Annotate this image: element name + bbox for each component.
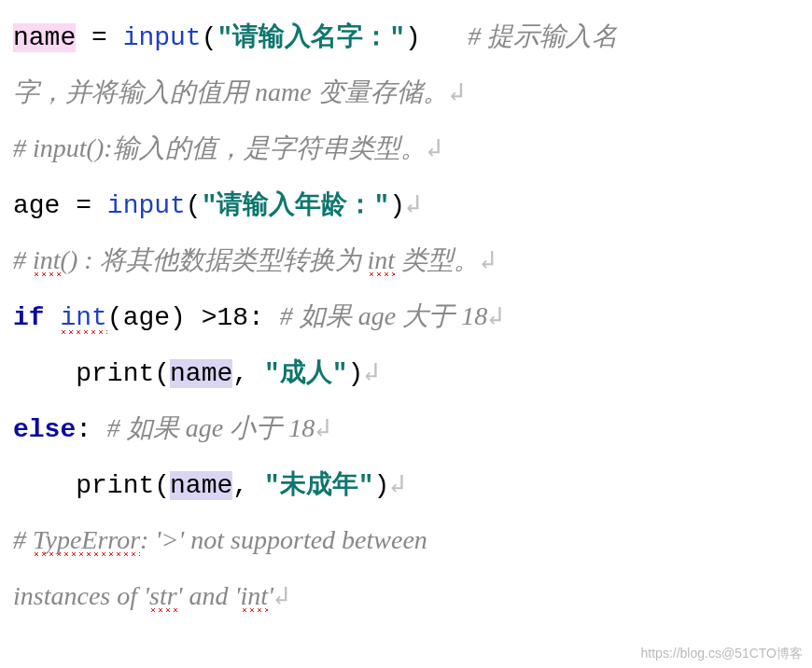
watermark: https://blog.cs@51CTO博客 xyxy=(641,646,803,662)
newline-icon: ↲ xyxy=(363,356,379,387)
comment: 类型。 xyxy=(395,245,480,274)
newline-icon: ↲ xyxy=(480,244,496,275)
paren-open: ( xyxy=(154,471,170,500)
var-name: name xyxy=(13,23,76,52)
paren-open: ( xyxy=(107,303,123,332)
op-eq: = xyxy=(60,191,106,220)
kw-else: else xyxy=(13,415,76,444)
kw-if: if xyxy=(13,303,45,332)
paren-close: ) xyxy=(389,191,405,220)
var-age: age xyxy=(123,303,170,332)
space xyxy=(45,303,61,332)
comment-int: int xyxy=(241,581,269,612)
line-7: print(name, "成人")↲ xyxy=(13,359,379,388)
fn-print: print xyxy=(76,359,154,388)
op-eq: = xyxy=(76,23,122,52)
colon: : xyxy=(76,415,107,444)
newline-icon: ↲ xyxy=(449,77,465,107)
comment-typeerror: TypeError xyxy=(33,525,140,556)
paren-open: ( xyxy=(154,359,170,388)
space xyxy=(421,23,468,52)
line-6: if int(age) >18: # 如果 age 大于 18↲ xyxy=(13,303,503,332)
var-age: age xyxy=(13,191,60,220)
line-11: instances of 'str' and 'int'↲ xyxy=(13,583,289,612)
line-8: else: # 如果 age 小于 18↲ xyxy=(13,415,330,444)
string-literal: "请输入年龄：" xyxy=(202,191,390,220)
line-1: name = input("请输入名字：") # 提示输入名 xyxy=(13,23,618,52)
line-4: age = input("请输入年龄：")↲ xyxy=(13,191,421,220)
paren-close: ) xyxy=(347,359,363,388)
line-9: print(name, "未成年")↲ xyxy=(13,471,405,500)
string-literal: "请输入名字：" xyxy=(217,23,405,52)
comma: , xyxy=(232,359,264,388)
newline-icon: ↲ xyxy=(273,580,289,611)
comment: # 如果 age 小于 18 xyxy=(107,413,315,442)
comment: instances of ' xyxy=(13,581,149,610)
comment: # 提示输入名 xyxy=(468,21,618,50)
newline-icon: ↲ xyxy=(427,132,442,163)
colon: : xyxy=(248,303,280,332)
paren-close: ) xyxy=(405,23,421,52)
comment: ' and ' xyxy=(177,581,241,610)
comment: # xyxy=(13,525,33,554)
comment: # xyxy=(13,245,33,274)
code-block: name = input("请输入名字：") # 提示输入名 字，并将输入的值用… xyxy=(13,9,799,625)
comment-int: int xyxy=(368,245,396,276)
fn-print: print xyxy=(76,471,154,500)
indent xyxy=(13,359,76,388)
fn-int: int xyxy=(60,303,106,334)
comma: , xyxy=(232,471,264,500)
fn-input: input xyxy=(107,191,186,220)
paren-close-gt: ) > xyxy=(170,303,217,332)
paren-close: ) xyxy=(373,471,389,500)
var-name: name xyxy=(170,471,232,500)
comment-str: str xyxy=(149,581,177,612)
string-literal: "成人" xyxy=(264,359,348,388)
comment-int: int xyxy=(33,245,61,276)
string-literal: "未成年" xyxy=(264,471,374,500)
paren-open: ( xyxy=(186,191,202,220)
fn-input: input xyxy=(123,23,202,52)
num-18: 18 xyxy=(217,303,249,332)
var-name: name xyxy=(170,359,232,388)
paren-open: ( xyxy=(202,23,217,52)
comment: # input():输入的值，是字符串类型。 xyxy=(13,133,427,162)
line-5: # int() : 将其他数据类型转换为 int 类型。↲ xyxy=(13,247,496,276)
comment: 字，并将输入的值用 name 变量存储。 xyxy=(13,77,449,106)
line-3: # input():输入的值，是字符串类型。↲ xyxy=(13,135,441,164)
comment: () : 将其他数据类型转换为 xyxy=(61,245,368,274)
line-2: 字，并将输入的值用 name 变量存储。↲ xyxy=(13,79,465,108)
newline-icon: ↲ xyxy=(487,300,503,331)
newline-icon: ↲ xyxy=(389,468,405,499)
comment: # 如果 age 大于 18 xyxy=(280,301,487,330)
comment: : '>' not supported between xyxy=(140,525,434,554)
line-10: # TypeError: '>' not supported between xyxy=(13,527,434,556)
newline-icon: ↲ xyxy=(315,412,330,443)
indent xyxy=(13,471,76,500)
newline-icon: ↲ xyxy=(405,188,421,219)
